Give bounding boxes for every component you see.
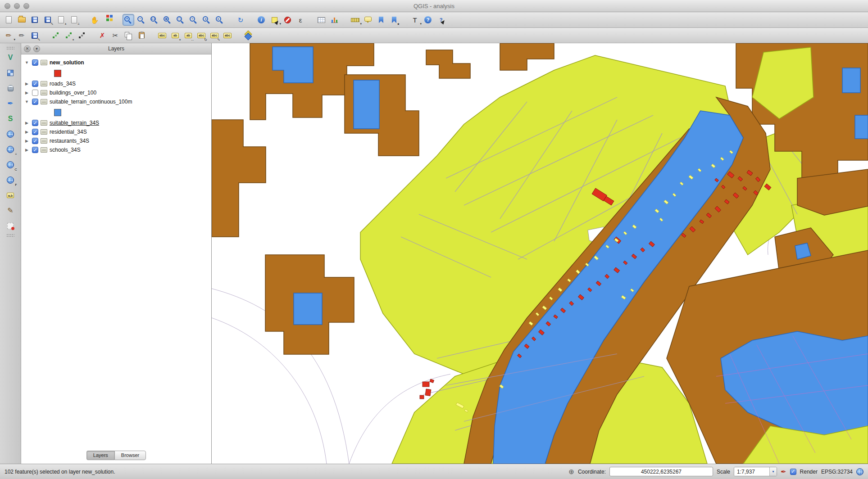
add-mssql-layer[interactable]: S (4, 113, 17, 125)
deselect-features[interactable] (282, 14, 293, 26)
save-project-as[interactable]: ✎ (42, 14, 54, 26)
zoom-full[interactable]: ▣ (162, 14, 173, 26)
scale-input[interactable] (734, 467, 769, 476)
label-rotate[interactable]: abc↻ (195, 30, 207, 41)
window-close-button[interactable] (5, 3, 10, 9)
crs-status[interactable]: EPSG:32734 (821, 469, 853, 475)
select-by-expression[interactable]: ε (295, 14, 306, 26)
new-shapefile-layer[interactable]: ✎ (4, 204, 17, 217)
measure-dropdown-icon[interactable]: ▾ (360, 22, 362, 26)
add-database-layer[interactable] (4, 82, 17, 95)
expand-arrow-icon[interactable]: ▶ (24, 121, 30, 125)
new-print-composer[interactable]: + (55, 14, 67, 26)
label-move[interactable]: ab↔ (182, 30, 194, 41)
scale-dropdown-icon[interactable]: ▾ (769, 467, 777, 476)
zoom-to-layer[interactable]: ≡ (188, 14, 200, 26)
delete-selected[interactable]: ✗ (96, 30, 108, 41)
current-edits-dropdown-icon[interactable]: ▾ (14, 38, 15, 41)
add-wms-layer[interactable]: ≡ (4, 143, 17, 156)
label-properties[interactable]: abc (222, 30, 233, 41)
layer-item-residential_34S[interactable]: ▶✓residential_34S (21, 127, 211, 136)
layer-visibility-checkbox[interactable]: ✓ (32, 81, 38, 87)
select-features[interactable]: ▾ (268, 14, 280, 26)
layer-visibility-checkbox[interactable]: ✓ (32, 59, 38, 66)
zoom-native[interactable]: 1:1 (149, 14, 160, 26)
layer-item-roads_34S[interactable]: ▶✓roads_34S (21, 79, 211, 88)
map-canvas[interactable] (212, 43, 868, 464)
new-bookmark[interactable] (375, 14, 387, 26)
statistical-summary[interactable] (328, 14, 340, 26)
remove-layer[interactable] (4, 220, 17, 232)
zoom-to-selection[interactable]: ▢ (175, 14, 186, 26)
expand-arrow-icon[interactable]: ▶ (24, 148, 30, 152)
pan-map[interactable]: ✋ (89, 14, 100, 26)
pan-to-selection[interactable] (102, 14, 114, 26)
collapse-arrow-icon[interactable]: ▼ (24, 99, 30, 104)
scale-combobox[interactable]: ▾ (734, 467, 777, 476)
add-wfs-layer[interactable]: F (4, 174, 17, 186)
current-edits[interactable]: ✏▾ (3, 30, 14, 41)
add-vector-layer[interactable]: V (4, 51, 17, 64)
layer-item-schools_34S[interactable]: ▶✓schools_34S (21, 145, 211, 154)
layer-visibility-checkbox[interactable]: ✓ (32, 138, 38, 144)
save-project[interactable] (29, 14, 41, 26)
composer-manager[interactable]: ≡ (68, 14, 80, 26)
crs-status-icon[interactable] (856, 468, 863, 475)
panel-detach-button[interactable]: ▾ (33, 45, 40, 52)
select-features-dropdown-icon[interactable]: ▾ (279, 22, 281, 26)
open-project[interactable] (16, 14, 27, 26)
toolbar-drag-handle[interactable] (6, 46, 14, 50)
add-delimited-text-layer[interactable]: a,b (4, 189, 17, 202)
node-tool[interactable] (76, 30, 87, 41)
expand-arrow-icon[interactable]: ▶ (24, 90, 30, 95)
layer-visibility-checkbox[interactable] (32, 90, 38, 96)
layer-item-new_solution[interactable]: ▼✓new_solution (21, 58, 211, 67)
map-tips[interactable] (362, 14, 374, 26)
add-wcs-layer[interactable]: C (4, 158, 17, 171)
layer-visibility-checkbox[interactable]: ✓ (32, 99, 38, 105)
stop-render-icon[interactable]: ✒ (781, 468, 786, 475)
text-annotation-dropdown-icon[interactable]: ▾ (420, 22, 422, 26)
layer-item-buildings_over_100[interactable]: ▶buildings_over_100 (21, 88, 211, 97)
render-checkbox[interactable]: ✓ (790, 469, 796, 475)
window-zoom-button[interactable] (23, 3, 29, 9)
add-feature[interactable] (50, 30, 61, 41)
paste-features[interactable] (136, 30, 147, 41)
zoom-in[interactable]: + (123, 14, 134, 26)
layer-visibility-checkbox[interactable]: ✓ (32, 147, 38, 153)
expand-arrow-icon[interactable]: ▶ (24, 139, 30, 143)
zoom-next[interactable]: ▸ (214, 14, 226, 26)
expand-arrow-icon[interactable]: ▶ (24, 81, 30, 86)
panel-close-button[interactable]: ✕ (24, 45, 31, 52)
measure[interactable]: ▾ (349, 14, 361, 26)
move-feature[interactable]: + (63, 30, 74, 41)
copy-features[interactable] (123, 30, 134, 41)
coordinate-input[interactable] (609, 467, 713, 476)
zoom-out[interactable]: − (136, 14, 147, 26)
toggle-editing[interactable]: ✏ (16, 30, 27, 41)
open-attribute-table[interactable] (315, 14, 327, 26)
label-change[interactable]: abc✎ (209, 30, 220, 41)
add-raster-layer[interactable] (4, 67, 17, 79)
window-minimize-button[interactable] (14, 3, 20, 9)
layer-symbol-swatch[interactable] (54, 109, 61, 116)
tab-browser[interactable]: Browser (114, 451, 146, 460)
processing-toolbox[interactable] (242, 30, 254, 41)
tab-layers[interactable]: Layers (86, 451, 114, 460)
layer-item-suitable_terrain_continuous_100m[interactable]: ▼✓suitable_terrain_continuous_100m (21, 97, 211, 106)
text-annotation[interactable]: T▾ (409, 14, 421, 26)
layer-visibility-checkbox[interactable]: ✓ (32, 120, 38, 126)
label-pin[interactable]: abc (156, 30, 168, 41)
help-contents[interactable]: ? (422, 14, 434, 26)
map-refresh[interactable]: ↻ (235, 14, 246, 26)
identify-features[interactable]: i (255, 14, 267, 26)
zoom-last[interactable]: ◂ (201, 14, 213, 26)
show-bookmarks[interactable]: ★ (388, 14, 400, 26)
layer-item-restaurants_34S[interactable]: ▶✓restaurants_34S (21, 136, 211, 145)
new-project[interactable] (3, 14, 14, 26)
add-oracle-layer[interactable] (4, 128, 17, 140)
label-show-hide[interactable]: ab+ (169, 30, 181, 41)
layer-item-suitable_terrain_34S[interactable]: ▶✓suitable_terrain_34S (21, 118, 211, 127)
whats-this[interactable]: ? (435, 14, 447, 26)
add-spatialite-layer[interactable]: ✒ (4, 97, 17, 110)
